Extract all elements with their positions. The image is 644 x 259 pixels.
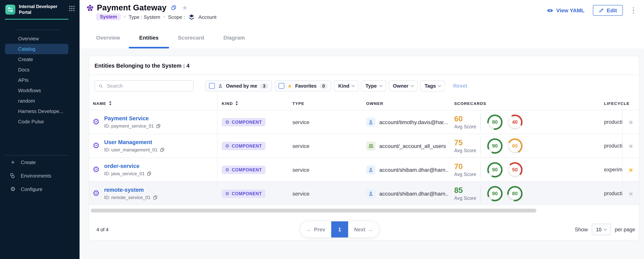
filter-dropdown-kind[interactable]: Kind <box>334 80 359 92</box>
favorite-star-icon[interactable]: ★ <box>628 142 634 150</box>
apps-grid-icon[interactable] <box>69 6 75 13</box>
edit-button[interactable]: Edit <box>593 5 623 16</box>
column-header-name[interactable]: NAME <box>89 101 217 106</box>
table-row: ⚙ order-service ID: java_service_01 ⚙ CO… <box>89 158 639 182</box>
scorecards-cell: 60 Avg Score 80 40 <box>448 114 560 130</box>
sidebar-item-workflows[interactable]: Workflows <box>5 86 68 96</box>
page-size-select[interactable]: 10 <box>592 224 611 235</box>
entity-link[interactable]: remote-system <box>104 187 157 193</box>
tab-bar: Overview Entities Scorecard Diagram <box>96 27 245 48</box>
entity-link[interactable]: User Management <box>104 139 164 145</box>
owned-by-me-checkbox[interactable] <box>209 83 215 89</box>
entity-link[interactable]: order-service <box>104 163 152 169</box>
per-page-label: per page <box>614 226 635 232</box>
copy-icon[interactable] <box>160 148 164 152</box>
favorite-star-icon[interactable]: ★ <box>182 4 188 12</box>
sidebar-item-overview[interactable]: Overview <box>5 34 68 44</box>
sidebar-footer-environments[interactable]: Environments <box>0 169 80 182</box>
entity-name-cell: ⚙ order-service ID: java_service_01 <box>89 163 217 176</box>
pagination: ← Prev 1 Next → <box>300 221 379 238</box>
reset-filters-button[interactable]: Reset <box>453 83 468 89</box>
table-header: NAME KIND TYPE OWNER SCORECARDS LIFECYCL… <box>89 96 639 110</box>
owner-cell: account/_account_all_users <box>360 141 448 150</box>
lifecycle-cell: production <box>560 143 622 149</box>
dot-separator: • <box>124 14 126 20</box>
copy-icon[interactable] <box>153 195 157 200</box>
more-options-button[interactable] <box>631 6 636 15</box>
filter-dropdown-owner[interactable]: Owner <box>389 80 418 92</box>
owned-by-me-filter[interactable]: Owned by me 3 <box>205 80 272 92</box>
prev-page-button[interactable]: ← Prev <box>300 226 331 232</box>
scorecards-cell: 75 Avg Score 90 60 <box>448 138 560 154</box>
next-page-button[interactable]: Next → <box>348 226 379 232</box>
sidebar-item-harness-develope[interactable]: Harness Develope... <box>5 106 68 117</box>
sidebar: Internal Developer Portal Overview Catal… <box>0 0 80 259</box>
search-input[interactable] <box>106 82 190 89</box>
kind-badge: ⚙ COMPONENT <box>222 189 265 198</box>
favorites-filter[interactable]: ★ Favorites 0 <box>274 80 331 92</box>
search-box <box>94 80 194 92</box>
dot-separator: • <box>163 14 165 20</box>
gear-icon: ⚙ <box>10 186 16 192</box>
filter-dropdown-tags[interactable]: Tags <box>420 80 445 92</box>
table-body: ⚙ Payment Service ID: payment_service_01… <box>89 110 639 205</box>
sidebar-item-create[interactable]: Create <box>5 54 68 65</box>
kind-badge: System <box>96 14 121 20</box>
component-gear-icon: ⚙ <box>92 190 101 198</box>
user-icon <box>366 189 376 198</box>
favorite-star-icon[interactable]: ★ <box>628 166 634 174</box>
component-gear-icon: ⚙ <box>92 142 101 150</box>
copy-icon[interactable] <box>156 124 161 128</box>
system-entity-icon <box>86 4 94 11</box>
filter-dropdown-type[interactable]: Type <box>361 80 386 92</box>
copy-icon[interactable] <box>171 5 176 10</box>
sidebar-footer-configure[interactable]: ⚙ Configure <box>0 182 80 196</box>
sidebar-item-code-pulse[interactable]: Code Pulse <box>5 117 68 127</box>
arrow-left-icon: ← <box>306 226 312 232</box>
scope-value: Account <box>198 14 216 20</box>
favorite-cell: ★ <box>622 142 640 150</box>
main: Payment Gateway ★ System • Type : System… <box>80 0 644 259</box>
scope-label: Scope : <box>168 14 185 20</box>
chevron-down-icon <box>379 84 382 87</box>
score-gauge: 60 <box>507 138 522 154</box>
tab-diagram[interactable]: Diagram <box>224 27 245 48</box>
sidebar-footer-create[interactable]: + Create <box>0 156 80 169</box>
star-icon: ★ <box>287 83 292 89</box>
horizontal-scrollbar[interactable] <box>91 209 536 212</box>
score-gauge: 40 <box>507 114 522 130</box>
favorites-checkbox[interactable] <box>278 83 284 89</box>
owned-count-badge: 3 <box>260 83 268 88</box>
entity-id: ID: java_service_01 <box>104 171 152 176</box>
heading-divider <box>89 74 639 75</box>
tab-scorecard[interactable]: Scorecard <box>178 27 204 48</box>
chevron-down-icon <box>438 84 441 87</box>
plus-icon: + <box>11 159 15 166</box>
sidebar-item-apis[interactable]: APIs <box>5 75 68 86</box>
sidebar-item-random[interactable]: random <box>5 96 68 106</box>
tab-entities[interactable]: Entities <box>139 27 159 48</box>
page-title: Payment Gateway <box>97 3 166 12</box>
harness-idp-logo <box>6 4 15 14</box>
kind-badge: ⚙ COMPONENT <box>222 166 265 174</box>
gear-icon: ⚙ <box>225 191 230 196</box>
favorite-star-icon[interactable]: ★ <box>628 190 634 197</box>
account-scope-icon <box>189 14 194 20</box>
view-yaml-button[interactable]: View YAML <box>547 7 584 14</box>
avg-score-label: Avg Score <box>454 196 478 201</box>
current-page-button[interactable]: 1 <box>331 221 348 238</box>
tab-overview[interactable]: Overview <box>96 27 120 48</box>
favorite-star-icon[interactable]: ★ <box>628 118 634 126</box>
pagination-summary: 4 of 4 <box>96 227 108 232</box>
sidebar-item-catalog[interactable]: Catalog <box>5 44 68 54</box>
column-header-lifecycle: LIFECYCLE <box>560 101 622 106</box>
column-divider <box>217 91 218 188</box>
entity-link[interactable]: Payment Service <box>104 115 161 122</box>
avg-score-value: 70 <box>454 162 478 170</box>
column-header-type: TYPE <box>290 101 360 106</box>
sidebar-item-docs[interactable]: Docs <box>5 65 68 75</box>
copy-icon[interactable] <box>147 172 152 176</box>
sidebar-footer: + Create Environments ⚙ Configure <box>0 155 80 196</box>
sidebar-nav: Overview Catalog Create Docs APIs Workfl… <box>0 34 80 127</box>
column-header-kind[interactable]: KIND <box>217 101 290 106</box>
